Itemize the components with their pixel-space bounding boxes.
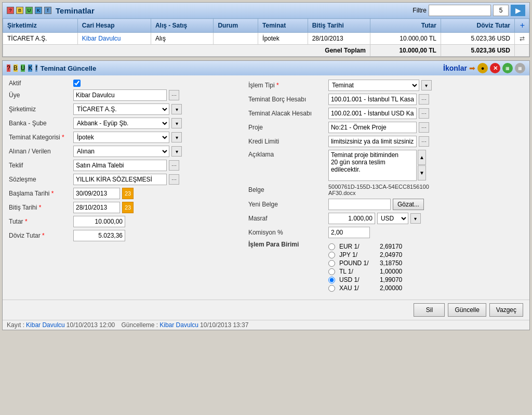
kayit-user-link[interactable]: Kibar Davulcu	[26, 321, 65, 329]
currency-xau-radio[interactable]	[328, 285, 335, 292]
form-body: Aktif Üye ⋯ Şirketimiz TİCARET A.Ş. ▾ Ba…	[3, 75, 529, 300]
total-row: Genel Toplam 10.000,00 TL 5.023,36 USD	[3, 45, 529, 57]
col-doviz-tutar: Döviz Tutar	[441, 19, 514, 33]
currency-usd-value: 1,99070	[380, 276, 411, 283]
yeni-belge-input[interactable]	[328, 199, 391, 210]
arrow-icon: ➡	[469, 64, 475, 72]
teminat-kategori-browse-button[interactable]: ▾	[171, 132, 182, 142]
proje-browse-button[interactable]: ⋯	[419, 122, 429, 133]
win-btn-f[interactable]: f	[44, 7, 51, 14]
baslama-tarihi-calendar-button[interactable]: 23	[122, 188, 134, 199]
currency-jpy-value: 2,04970	[380, 251, 411, 258]
cell-refresh[interactable]: ⇄	[515, 33, 529, 45]
currency-eur-radio[interactable]	[328, 243, 335, 250]
banka-sube-browse-button[interactable]: ▾	[171, 118, 182, 128]
delete-icon[interactable]: ✕	[490, 63, 500, 73]
sirketimiz-label: Şirketimiz	[9, 106, 71, 113]
win-btn-yellow[interactable]: B	[16, 7, 23, 14]
bitis-tarihi-row: Bitiş Tarihi 23	[9, 202, 238, 213]
kayit-label: Kayıt :	[7, 321, 24, 329]
sozlesme-browse-button[interactable]: ⋯	[169, 174, 179, 185]
bottom-win-btn-green[interactable]: U	[21, 64, 25, 72]
aciklama-textarea[interactable]: Teminat proje bitiminden 20 gün sonra te…	[328, 150, 417, 181]
uye-browse-button[interactable]: ⋯	[169, 90, 179, 100]
form-left: Aktif Üye ⋯ Şirketimiz TİCARET A.Ş. ▾ Ba…	[9, 80, 238, 295]
gold-icon[interactable]: ●	[477, 63, 488, 73]
kredi-limiti-browse-button[interactable]: ⋯	[419, 136, 429, 147]
total-empty	[515, 45, 529, 57]
doviz-tutar-input[interactable]	[73, 230, 125, 241]
currency-pound-label: POUND 1/	[339, 260, 376, 267]
cell-sirketimiz: TİCARET A.Ş.	[3, 33, 78, 45]
col-add[interactable]: +	[515, 19, 529, 33]
tutar-input[interactable]	[73, 216, 125, 227]
guncelle-button[interactable]: Güncelle	[448, 303, 486, 317]
masraf-currency-select[interactable]: USD TL EUR	[377, 213, 408, 224]
bottom-win-btn-red[interactable]: ?	[7, 64, 10, 72]
aciklama-scroll-down[interactable]: ▼	[418, 165, 426, 180]
sil-button[interactable]: Sil	[414, 303, 445, 317]
sozlesme-row: Sözleşme ⋯	[9, 174, 238, 185]
table-row: TİCARET A.Ş. Kibar Davulcu Alış İpotek 2…	[3, 33, 529, 45]
win-btn-blue[interactable]: K	[35, 7, 42, 14]
filter-num-input[interactable]	[493, 5, 509, 16]
win-btn-green[interactable]: U	[25, 7, 33, 14]
bottom-win-btn-yellow[interactable]: B	[14, 64, 18, 72]
komisyon-input[interactable]	[328, 227, 370, 238]
cell-bitis-tarihi: 28/10/2013	[308, 33, 370, 45]
sirketimiz-select[interactable]: TİCARET A.Ş.	[73, 103, 169, 115]
gozat-button[interactable]: Gözat...	[393, 199, 424, 210]
bottom-buttons: Sil Güncelle Vazgeç	[3, 300, 529, 320]
sozlesme-input[interactable]	[73, 174, 167, 185]
alinan-verilen-select[interactable]: Alınan	[73, 146, 169, 157]
masraf-label: Masraf	[248, 215, 326, 222]
bottom-win-btn-blue[interactable]: K	[28, 64, 32, 72]
gray-grid-icon[interactable]: ▦	[515, 63, 525, 73]
currency-usd-radio[interactable]	[328, 277, 335, 283]
aktif-row: Aktif	[9, 80, 238, 87]
teklif-browse-button[interactable]: ⋯	[169, 160, 179, 171]
bottom-window: ? B U K f Teminat Güncelle İkonlar ➡ ● ✕…	[2, 60, 530, 330]
bitis-tarihi-input[interactable]	[73, 202, 120, 213]
masraf-browse-button[interactable]: ▾	[410, 213, 421, 224]
islem-tipi-browse-button[interactable]: ▾	[421, 80, 432, 90]
green-grid-icon[interactable]: ▦	[502, 63, 513, 73]
teminat-alacak-browse-button[interactable]: ⋯	[419, 108, 429, 119]
cell-teminat: İpotek	[258, 33, 308, 45]
filter-go-button[interactable]: ▶	[511, 5, 525, 16]
bottom-win-btn-f[interactable]: f	[35, 64, 37, 72]
aktif-checkbox[interactable]	[73, 80, 81, 87]
uye-input[interactable]	[73, 89, 167, 101]
kredi-limiti-input[interactable]	[328, 136, 417, 147]
col-durum: Durum	[214, 19, 258, 33]
teminat-kategori-select[interactable]: İpotek	[73, 132, 169, 143]
add-row-button[interactable]: +	[520, 21, 525, 30]
currency-tl-radio[interactable]	[328, 268, 335, 275]
teminat-borc-browse-button[interactable]: ⋯	[419, 94, 429, 105]
win-btn-red[interactable]: ?	[7, 7, 14, 14]
currency-jpy-radio[interactable]	[328, 252, 335, 258]
proje-label: Proje	[248, 124, 326, 131]
banka-sube-select[interactable]: Akbank - Eyüp Şb.	[73, 118, 169, 129]
currency-pound-radio[interactable]	[328, 260, 335, 267]
teminat-alacak-input[interactable]	[328, 108, 417, 119]
baslama-tarihi-input[interactable]	[73, 188, 120, 199]
cell-cari-hesap[interactable]: Kibar Davulcu	[77, 33, 151, 45]
filter-input[interactable]	[429, 5, 491, 16]
guncelleme-user-link[interactable]: Kibar Davulcu	[159, 321, 198, 329]
sirketimiz-browse-button[interactable]: ▾	[171, 104, 182, 114]
bitis-tarihi-calendar-button[interactable]: 23	[122, 202, 134, 213]
teminat-borc-input[interactable]	[328, 94, 417, 105]
teklif-input[interactable]	[73, 160, 167, 171]
tutar-row: Tutar	[9, 216, 238, 227]
currency-eur-row: EUR 1/ 2,69170	[328, 243, 411, 250]
masraf-input[interactable]	[328, 213, 375, 224]
refresh-icon[interactable]: ⇄	[520, 35, 525, 42]
cari-hesap-link[interactable]: Kibar Davulcu	[82, 35, 121, 42]
proje-input[interactable]	[328, 122, 417, 133]
masraf-row: Masraf USD TL EUR ▾	[248, 213, 523, 224]
alinan-verilen-browse-button[interactable]: ▾	[171, 146, 182, 157]
aciklama-scroll-up[interactable]: ▲	[418, 150, 426, 165]
vazgec-button[interactable]: Vazgeç	[489, 303, 523, 317]
islem-tipi-select[interactable]: Teminat	[328, 80, 419, 91]
